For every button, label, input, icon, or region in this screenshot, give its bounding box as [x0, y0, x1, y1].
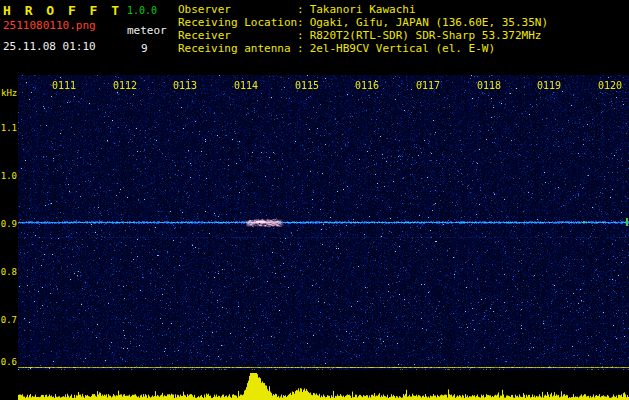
- info-row-observer: Observer:Takanori Kawachi: [178, 3, 548, 16]
- info-separator: :: [297, 42, 304, 55]
- info-label: Receiving antenna: [178, 42, 297, 55]
- freq-tick-label: 0.9: [0, 219, 17, 229]
- time-tick-label: 0115: [295, 80, 319, 91]
- time-tick-label: 0114: [234, 80, 258, 91]
- info-label: Receiver: [178, 29, 297, 42]
- info-row-receiver: Receiver:R820T2(RTL-SDR) SDR-Sharp 53.37…: [178, 29, 548, 42]
- spectrogram-canvas: [18, 75, 629, 370]
- station-info: Observer:Takanori Kawachi Receiving Loca…: [178, 3, 548, 55]
- info-label: Receiving Location: [178, 16, 297, 29]
- time-tick-label: 0119: [537, 80, 561, 91]
- freq-tick-label: 1.0: [0, 171, 17, 181]
- output-filename: 2511080110.png: [3, 19, 96, 32]
- info-separator: :: [297, 16, 304, 29]
- freq-tick-label: 0.8: [0, 267, 17, 277]
- amplitude-canvas: [18, 370, 629, 400]
- freq-tick-label: 0.6: [0, 357, 17, 367]
- time-tick-label: 0116: [355, 80, 379, 91]
- app-title: H R O F F T: [3, 3, 122, 18]
- time-tick-label: 0118: [477, 80, 501, 91]
- freq-axis-unit: kHz: [1, 88, 17, 98]
- hrofft-window: H R O F F T 1.0.0 2511080110.png meteor …: [0, 0, 629, 400]
- info-value: Ogaki, Gifu, JAPAN (136.60E, 35.35N): [310, 16, 548, 29]
- time-tick-label: 0120: [598, 80, 622, 91]
- info-separator: :: [297, 29, 304, 42]
- info-value: Takanori Kawachi: [310, 3, 416, 16]
- timestamp: 25.11.08 01:10: [3, 40, 96, 53]
- time-tick-label: 0112: [113, 80, 137, 91]
- echo-count: 9: [141, 42, 148, 55]
- mode-label: meteor: [127, 24, 167, 37]
- info-value: R820T2(RTL-SDR) SDR-Sharp 53.372MHz: [310, 29, 542, 42]
- freq-tick-label: 1.1: [0, 123, 17, 133]
- time-tick-label: 0113: [173, 80, 197, 91]
- info-row-antenna: Receiving antenna:2el-HB9CV Vertical (el…: [178, 42, 548, 55]
- time-tick-label: 0117: [416, 80, 440, 91]
- info-label: Observer: [178, 3, 297, 16]
- app-version: 1.0.0: [127, 5, 157, 16]
- info-separator: :: [297, 3, 304, 16]
- info-row-location: Receiving Location:Ogaki, Gifu, JAPAN (1…: [178, 16, 548, 29]
- time-tick-label: 0111: [52, 80, 76, 91]
- freq-tick-label: 0.7: [0, 315, 17, 325]
- info-value: 2el-HB9CV Vertical (el. E-W): [310, 42, 495, 55]
